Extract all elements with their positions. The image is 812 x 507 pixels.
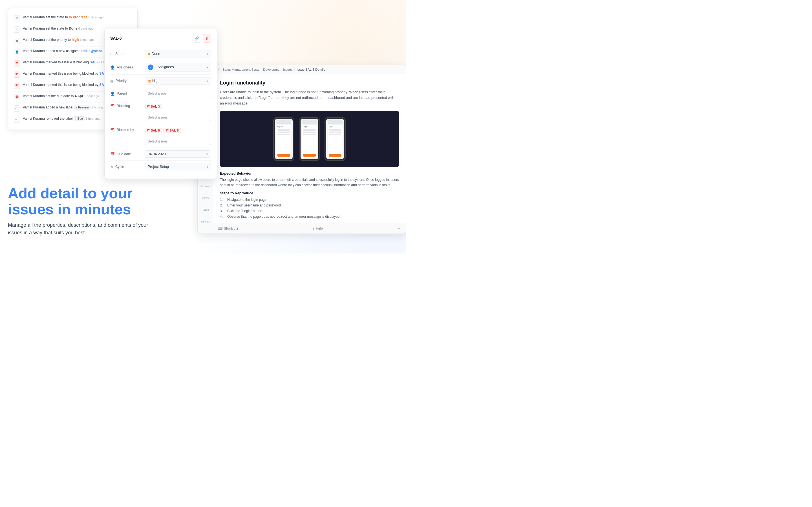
blocking-select[interactable]: Select issues bbox=[145, 114, 211, 121]
bar-chart-icon: ▦ bbox=[14, 38, 20, 44]
right-content: ← Sales Management System Development Is… bbox=[213, 65, 406, 233]
hero-subtitle: Manage all the properties, descriptions,… bbox=[8, 221, 149, 237]
issue-actions: 🔗 🗑 bbox=[193, 34, 211, 43]
link-button[interactable]: 🔗 bbox=[193, 34, 201, 43]
shortcuts-button[interactable]: ⌨ Shortcuts bbox=[218, 226, 238, 230]
step-2: Enter your username and password. bbox=[220, 203, 399, 208]
breadcrumb-separator: | bbox=[294, 68, 295, 71]
flag-icon: 🚩 bbox=[14, 83, 20, 89]
cycle-value[interactable]: Project Setup ▾ bbox=[145, 163, 211, 170]
priority-value[interactable]: ▦High ▾ bbox=[145, 77, 211, 84]
step-1: Navigate to the login page. bbox=[220, 197, 399, 203]
priority-row: ▦ Priority ▦High ▾ bbox=[110, 75, 211, 87]
blocking-tags: 🚩SAL-3 bbox=[145, 104, 211, 109]
phone-mockup-1: Sign-up bbox=[273, 117, 294, 161]
hero-section: Add detail to your issues in minutes Man… bbox=[8, 185, 149, 237]
priority-label: Priority bbox=[116, 79, 126, 83]
issue-card: SAL-6 🔗 🗑 ⊞ State Done ▾ 👤 Assignees K1 … bbox=[104, 28, 217, 179]
assignees-value[interactable]: K1 Assignees ▾ bbox=[145, 63, 211, 72]
state-icon: ⊞ bbox=[110, 52, 113, 56]
due-date-field[interactable]: 04-04-2023 ✕ bbox=[145, 151, 211, 158]
sidebar-nav-pages-label: Pages bbox=[202, 205, 209, 215]
sal5-tag: 🚩SAL-5 bbox=[163, 128, 181, 133]
help-icon: ? bbox=[313, 226, 315, 230]
breadcrumb: ← Sales Management System Development Is… bbox=[213, 65, 406, 74]
calendar-icon: 📅 bbox=[110, 152, 115, 156]
delete-button[interactable]: 🗑 bbox=[203, 34, 211, 43]
issue-id: SAL-6 bbox=[110, 36, 121, 41]
issue-card-header: SAL-6 🔗 🗑 bbox=[110, 34, 211, 43]
blocking-label: Blocking bbox=[117, 104, 130, 108]
flag-icon: 🚩 bbox=[14, 60, 20, 66]
state-label: State bbox=[115, 52, 123, 56]
phone-mockup-2: Login bbox=[299, 117, 320, 161]
cycle-label: Cycle bbox=[115, 165, 124, 169]
assignees-select[interactable]: K1 Assignees ▾ bbox=[145, 63, 211, 72]
assignees-label: Assignees bbox=[117, 65, 133, 69]
due-date-label: Due date bbox=[117, 152, 131, 156]
issue-description: Users are unable to login to the system.… bbox=[220, 89, 399, 106]
blocking-icon: 🚩 bbox=[110, 104, 115, 108]
parent-row: 👤 Parent Select issue bbox=[110, 87, 211, 100]
breadcrumb-back-button[interactable]: ← bbox=[218, 68, 221, 71]
blocked-by-label: Blocked by bbox=[117, 128, 134, 132]
blocked-by-row: 🚩 Blocked by 🚩SAL-8 🚩SAL-5 Select issues bbox=[110, 124, 211, 148]
help-button[interactable]: ? Help bbox=[313, 226, 323, 230]
help-label: Help bbox=[316, 226, 323, 230]
issue-screenshot: Sign-up Login bbox=[220, 111, 399, 167]
cycle-select[interactable]: Project Setup ▾ bbox=[145, 163, 211, 170]
phone-mockup-3: Login bbox=[324, 117, 346, 161]
assignees-icon: 👤 bbox=[110, 65, 115, 69]
expected-behavior-heading: Expected Behavior bbox=[220, 172, 399, 175]
cycle-row: ↻ Cycle Project Setup ▾ bbox=[110, 161, 211, 173]
issue-detail-body: Login functionality Users are unable to … bbox=[213, 74, 406, 223]
parent-value[interactable]: Select issue bbox=[145, 90, 211, 97]
due-date-value[interactable]: 04-04-2023 ✕ bbox=[145, 151, 211, 158]
blocked-by-select[interactable]: Select issues bbox=[145, 138, 211, 145]
blocked-by-tags: 🚩SAL-8 🚩SAL-5 bbox=[145, 128, 211, 133]
blocking-row: 🚩 Blocking 🚩SAL-3 Select issues bbox=[110, 100, 211, 124]
priority-icon: ▦ bbox=[110, 79, 114, 83]
steps-heading: Steps to Reproduce bbox=[220, 191, 399, 195]
breadcrumb-project: Sales Management System Development Issu… bbox=[223, 68, 293, 71]
sidebar-nav-modules-label: Modules bbox=[200, 181, 210, 191]
sal3-tag: 🚩SAL-3 bbox=[145, 104, 162, 109]
hero-title: Add detail to your issues in minutes bbox=[8, 185, 149, 217]
expected-behavior-text: The login page should allow users to ent… bbox=[220, 177, 399, 188]
state-select[interactable]: Done ▾ bbox=[145, 50, 211, 57]
cycle-icon: ↻ bbox=[110, 165, 113, 169]
assignees-row: 👤 Assignees K1 Assignees ▾ bbox=[110, 60, 211, 75]
right-footer: ⌨ Shortcuts ? Help ← bbox=[213, 223, 406, 233]
grid-icon: ⊞ bbox=[14, 15, 20, 21]
sidebar-nav-views-label: Views bbox=[202, 193, 209, 203]
parent-select[interactable]: Select issue bbox=[145, 90, 211, 97]
tag-icon: 🏷 bbox=[14, 117, 20, 123]
state-row: ⊞ State Done ▾ bbox=[110, 48, 211, 60]
due-date-row: 📅 Due date 04-04-2023 ✕ bbox=[110, 148, 211, 161]
step-4: Observe that the page does not redirect … bbox=[220, 214, 399, 219]
priority-select[interactable]: ▦High ▾ bbox=[145, 77, 211, 84]
calendar-icon: 📅 bbox=[14, 94, 20, 100]
state-value[interactable]: Done ▾ bbox=[145, 50, 211, 57]
parent-icon: 👤 bbox=[110, 92, 115, 96]
activity-item: ⊞ Vamsi Kurama set the state to In Progr… bbox=[14, 13, 132, 24]
shortcuts-icon: ⌨ bbox=[218, 226, 222, 230]
steps-list: Navigate to the login page. Enter your u… bbox=[220, 197, 399, 219]
step-3: Click the "Login" button. bbox=[220, 208, 399, 214]
x-icon: ✕ bbox=[14, 26, 20, 33]
tag-icon: 🏷 bbox=[14, 105, 20, 112]
person-icon: 👤 bbox=[14, 49, 20, 55]
breadcrumb-current: Issue SAL-6 Details bbox=[297, 68, 325, 71]
nav-back-button[interactable]: ← bbox=[397, 226, 401, 231]
footer-nav: ← bbox=[397, 226, 401, 231]
right-panel: P ⊞ ≡ 📄 ⚙ Modules Views Pages Settings ←… bbox=[197, 65, 406, 234]
flag-icon: 🚩 bbox=[14, 71, 20, 78]
issue-title: Login functionality bbox=[220, 80, 399, 86]
blocked-by-icon: 🚩 bbox=[110, 128, 115, 132]
sal8-tag: 🚩SAL-8 bbox=[145, 128, 162, 133]
sidebar-nav-settings-label: Settings bbox=[201, 217, 210, 227]
parent-label: Parent bbox=[117, 92, 127, 96]
shortcuts-label: Shortcuts bbox=[224, 226, 238, 230]
